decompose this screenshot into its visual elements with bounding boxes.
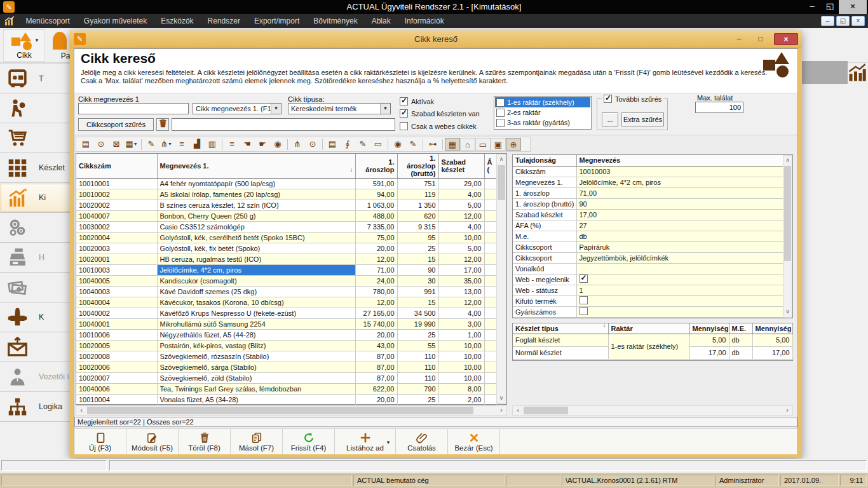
refresh-button[interactable]: Frissít (F4): [283, 429, 335, 454]
mdi-close-button[interactable]: ×: [851, 16, 865, 26]
more-filter-checkbox[interactable]: [604, 95, 612, 103]
stock-column-header[interactable]: Mennyiség: [752, 323, 792, 334]
grid-row[interactable]: 10010001A4 fehér nyomtatópapír (500 lap/…: [76, 179, 496, 189]
grid-column-header[interactable]: Á (: [484, 154, 496, 179]
tree-view-icon[interactable]: ⋔▼: [159, 138, 174, 151]
scroll-right-icon[interactable]: ›: [782, 406, 792, 415]
write-icon[interactable]: ✎: [405, 138, 421, 151]
grid-row[interactable]: 10020007Szövegkiemelő, zöld (Stabilo)87,…: [76, 373, 496, 384]
notes-icon[interactable]: ▤: [325, 138, 340, 151]
property-row[interactable]: CikkcsoportJegyzettömbök, jelölőcímkék: [513, 252, 783, 263]
more-filter-checkbox-row[interactable]: További szűrés: [602, 95, 663, 103]
scroll-down-icon[interactable]: ∨: [497, 393, 506, 403]
mdi-minimize-button[interactable]: –: [821, 16, 834, 26]
copy-icon[interactable]: ▣: [491, 138, 506, 151]
menu-item[interactable]: Menücsoport: [18, 14, 76, 28]
report-icon[interactable]: ▥: [205, 138, 220, 151]
property-row[interactable]: M.e.db: [513, 231, 783, 241]
web-only-checkbox-row[interactable]: Csak a webes cikkek: [400, 122, 477, 130]
grid-column-header[interactable]: 1. ároszlop (bruttó): [397, 154, 438, 179]
chevron-down-icon[interactable]: ▼: [271, 104, 281, 114]
window-minimize-button[interactable]: –: [803, 0, 821, 14]
dialog-titlebar[interactable]: ✎ Cikk kereső – □ ×: [70, 30, 802, 48]
grid-row[interactable]: 10020004Golyóstoll, kék, cserélhető beté…: [76, 233, 496, 243]
magnifier-icon[interactable]: ⊙: [305, 138, 320, 151]
grid-row[interactable]: 10040006Tea, Twinings Earl Grey szálas, …: [76, 384, 496, 395]
chevron-down-icon[interactable]: ▼: [133, 142, 138, 146]
web-only-checkbox[interactable]: [400, 122, 408, 130]
extra-filter-button[interactable]: Extra szűrés: [621, 112, 664, 126]
scrollbar-thumb[interactable]: [524, 407, 568, 414]
grid-row[interactable]: 10040005Kandiscukor (csomagolt)24,003035…: [76, 276, 496, 287]
cikkcsoport-filter-button[interactable]: Cikkcsoport szűrés: [78, 118, 154, 131]
grid-row[interactable]: 10030002Casio CS3512 számológép7 335,009…: [76, 222, 496, 233]
hand-right-icon[interactable]: ☛: [255, 138, 270, 151]
structure-icon[interactable]: ⋔: [290, 138, 305, 151]
grid-row[interactable]: 10040001Mikrohullámú sütő Samsung 225415…: [76, 319, 496, 330]
key-icon[interactable]: ⊶: [425, 138, 440, 151]
grid-row[interactable]: 10020003Golyóstoll, kék, fix betét (Spok…: [76, 243, 496, 254]
grid-row[interactable]: 10010004Vonalas füzet, A5 (34-28)20,0025…: [76, 395, 496, 405]
search-mode-select[interactable]: Cikk megnevezés 1. (F11)▼: [193, 103, 281, 114]
stock-column-header[interactable]: M.E.: [729, 323, 752, 334]
max-hits-input[interactable]: [695, 102, 743, 113]
hand-left-icon[interactable]: ☚: [240, 138, 255, 151]
edit-icon[interactable]: ✎: [355, 138, 370, 151]
property-checkbox[interactable]: [580, 274, 588, 283]
property-row[interactable]: Szabad készlet17,00: [513, 209, 783, 220]
warehouse-option[interactable]: 3-as raktár (gyártás): [495, 118, 590, 128]
search-icon[interactable]: ⊙: [93, 138, 109, 151]
grid-row[interactable]: 10040007Bonbon, Cherry Queen (250 g)488,…: [76, 211, 496, 222]
scroll-down-icon[interactable]: ∨: [783, 307, 792, 317]
property-row[interactable]: Web - státusz1: [513, 285, 783, 295]
in-stock-checkbox-row[interactable]: Szabad készleten van: [400, 109, 480, 118]
warehouse-option[interactable]: 2-es raktár: [495, 107, 590, 118]
stock-column-header[interactable]: Készlet típus↓: [513, 323, 608, 334]
grid-row[interactable]: 10010003Jelölőcímke, 4*2 cm, piros71,009…: [76, 265, 496, 276]
type-filter-select[interactable]: Kereskedelmi termék▼: [288, 103, 391, 114]
property-row[interactable]: Kifutó termék: [513, 295, 783, 306]
grid-column-header[interactable]: 1. ároszlop: [355, 154, 397, 179]
grid-row[interactable]: 10020005Postairón, kék-piros, vastag (Bl…: [76, 341, 496, 351]
stock-row[interactable]: Foglalt készlet1-es raktár (székhely)5,0…: [513, 334, 792, 346]
cikk-module-button[interactable]: ▼ Cikk: [3, 29, 45, 62]
chevron-down-icon[interactable]: ▼: [380, 104, 390, 114]
chevron-down-icon[interactable]: ▼: [34, 37, 39, 43]
grid-row[interactable]: 10040004Kávécukor, tasakos (Korona, 10 d…: [76, 297, 496, 308]
menu-item[interactable]: Rendszer: [201, 14, 247, 28]
grid-row[interactable]: 10020006Szövegkiemelő, sárga (Stabilo)87…: [76, 362, 496, 373]
card-view-icon[interactable]: ▭: [475, 138, 491, 151]
delete-button[interactable]: Töröl (F8): [179, 429, 231, 454]
link-icon[interactable]: ∮: [340, 138, 355, 151]
property-row[interactable]: CikkcsoportPapíráruk: [513, 241, 783, 252]
menu-item[interactable]: Export/import: [247, 14, 306, 28]
browse-button[interactable]: ...: [602, 112, 618, 126]
menu-item[interactable]: Eszközök: [154, 14, 200, 28]
clipboard-icon[interactable]: ≡: [224, 138, 240, 151]
in-stock-checkbox[interactable]: [400, 109, 408, 118]
property-row[interactable]: Vonalkód: [513, 263, 783, 274]
property-row[interactable]: Megnevezés 1.Jelölőcímke, 4*2 cm, piros: [513, 177, 783, 187]
warehouse-checkbox[interactable]: [496, 98, 505, 107]
mdi-restore-button[interactable]: ◱: [836, 16, 850, 26]
property-row[interactable]: Web - megjelenik: [513, 274, 783, 285]
scrollbar-thumb[interactable]: [87, 407, 473, 414]
grid-column-header[interactable]: Szabad készlet: [438, 154, 484, 179]
menu-item[interactable]: Gyakori műveletek: [77, 14, 154, 28]
scroll-up-icon[interactable]: ∧: [783, 156, 792, 166]
property-row[interactable]: Gyáriszámos: [513, 306, 783, 317]
scroll-up-icon[interactable]: ∧: [497, 154, 506, 165]
active-checkbox[interactable]: [400, 97, 408, 105]
edit-button[interactable]: Módosít (F5): [126, 429, 179, 454]
property-checkbox[interactable]: [580, 307, 588, 315]
close-button[interactable]: Bezár (Esc): [448, 429, 500, 454]
new-document-icon[interactable]: ✎: [144, 138, 159, 151]
properties-vertical-scrollbar[interactable]: ∧ ∨: [783, 155, 792, 318]
window-close-button[interactable]: ×: [839, 0, 867, 14]
list-view-icon[interactable]: ≡: [174, 138, 189, 151]
attach-button[interactable]: Csatolás: [396, 429, 448, 454]
grid-toggle-icon[interactable]: ▦: [445, 138, 460, 151]
menu-item[interactable]: Ablak: [365, 14, 398, 28]
clear-search-icon[interactable]: ⊠: [109, 138, 124, 151]
properties-col-megnevezes[interactable]: Megnevezés: [576, 155, 783, 166]
